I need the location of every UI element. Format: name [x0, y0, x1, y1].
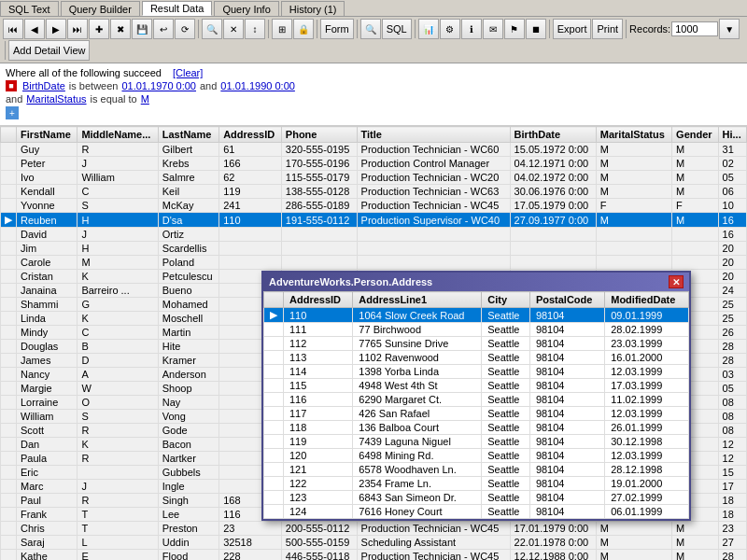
list-item[interactable]: 1166290 Margaret Ct.Seattle9810411.02.19… [264, 393, 689, 407]
list-item[interactable]: 1222354 Frame Ln.Seattle9810419.01.2000 [264, 477, 689, 491]
list-item[interactable]: 1216578 Woodhaven Ln.Seattle9810428.12.1… [264, 463, 689, 477]
grid-btn[interactable]: ⊞ [272, 19, 292, 39]
col-title[interactable]: Title [357, 127, 510, 143]
flag-btn[interactable]: ⚑ [504, 19, 525, 39]
popup-col-modifieddate[interactable]: ModifiedDate [605, 292, 689, 308]
col-gender[interactable]: Gender [672, 127, 718, 143]
list-item[interactable]: 1236843 San Simeon Dr.Seattle9810427.02.… [264, 491, 689, 505]
refresh-btn[interactable]: ⟳ [175, 19, 195, 39]
mail-btn[interactable]: ✉ [483, 19, 503, 39]
delete-btn[interactable]: ✖ [110, 19, 131, 39]
settings-btn[interactable]: ⚙ [440, 19, 460, 39]
first-btn[interactable]: ⏮ [3, 19, 23, 39]
prev-btn[interactable]: ◀ [24, 19, 45, 39]
col-birthdate[interactable]: BirthDate [510, 127, 596, 143]
tab-sql-text[interactable]: SQL Text [0, 1, 59, 16]
popup-row-indicator [264, 393, 284, 407]
export-btn[interactable]: Export [553, 19, 592, 39]
popup-col-city[interactable]: City [482, 292, 530, 308]
table-row[interactable]: PeterJKrebs166170-555-0196Production Con… [1, 157, 747, 171]
filter-cond1-val2[interactable]: 01.01.1990 0:00 [220, 80, 295, 91]
list-item[interactable]: 1127765 Sunsine DriveSeattle9810423.03.1… [264, 337, 689, 351]
add-filter-btn[interactable]: + [6, 106, 19, 119]
list-item[interactable]: 1141398 Yorba LindaSeattle9810412.03.199… [264, 365, 689, 379]
table-row[interactable]: JimHScardellis20 [1, 242, 747, 256]
col-lastname[interactable]: LastName [158, 127, 218, 143]
filter-cond2-field[interactable]: MaritalStatus [26, 93, 86, 105]
print-btn[interactable]: Print [592, 19, 623, 39]
form-btn[interactable]: Form [320, 19, 354, 39]
popup-cell: 7439 Laguna Niguel [353, 435, 482, 449]
table-cell: Production Technician - WC45 [357, 199, 510, 213]
table-row[interactable]: YvonneSMcKay241286-555-0189Production Te… [1, 199, 747, 213]
col-firstname[interactable]: FirstName [17, 127, 78, 143]
table-row[interactable]: GuyRGilbert61320-555-0195Production Tech… [1, 143, 747, 157]
list-item[interactable]: 1247616 Honey CourtSeattle9810406.01.199… [264, 505, 689, 519]
list-item[interactable]: 11177 BirchwoodSeattle9810428.02.1999 [264, 323, 689, 337]
col-maritalstatus[interactable]: MaritalStatus [596, 127, 671, 143]
table-row[interactable]: SarajLUddin32518500-555-0159Scheduling A… [1, 536, 747, 550]
popup-col-addressid[interactable]: AddressID [284, 292, 353, 308]
table-cell [357, 242, 510, 256]
popup-close-btn[interactable]: ✕ [669, 275, 684, 288]
info-btn[interactable]: ℹ [461, 19, 482, 39]
save-btn[interactable]: 💾 [132, 19, 152, 39]
list-item[interactable]: 117426 San RafaelSeattle9810412.03.1999 [264, 407, 689, 421]
clear-filter-btn[interactable]: ✕ [223, 19, 244, 39]
last-btn[interactable]: ⏭ [67, 19, 88, 39]
filter-btn[interactable]: 🔍 [202, 19, 222, 39]
filter-cond1-field[interactable]: BirthDate [22, 80, 65, 91]
next-btn[interactable]: ▶ [46, 19, 66, 39]
records-input[interactable] [671, 21, 718, 36]
table-cell: M [672, 536, 718, 550]
list-item[interactable]: 1197439 Laguna NiguelSeattle9810430.12.1… [264, 435, 689, 449]
col-hi[interactable]: Hi... [718, 127, 746, 143]
list-item[interactable]: 1154948 West 4th StSeattle9810417.03.199… [264, 379, 689, 393]
table-cell: James [17, 354, 78, 368]
add-detail-view-btn[interactable]: Add Detail View [8, 40, 90, 61]
list-item[interactable]: 118136 Balboa CourtSeattle9810426.01.199… [264, 421, 689, 435]
table-cell: 119 [219, 185, 282, 199]
popup-col-postalcode[interactable]: PostalCode [529, 292, 604, 308]
new-btn[interactable]: ✚ [89, 19, 109, 39]
list-item[interactable]: 1206498 Mining Rd.Seattle9810412.03.1999 [264, 449, 689, 463]
search-icon-btn[interactable]: 🔍 [360, 19, 381, 39]
col-addressid[interactable]: AddressID [219, 127, 282, 143]
popup-col-addressline1[interactable]: AddressLine1 [353, 292, 482, 308]
table-cell: William [17, 410, 78, 424]
sort-btn[interactable]: ↕ [245, 19, 265, 39]
table-cell: Yvonne [17, 199, 78, 213]
popup-grid[interactable]: AddressID AddressLine1 City PostalCode M… [263, 291, 689, 519]
col-middlename[interactable]: MiddleName... [78, 127, 158, 143]
tab-query-info[interactable]: Query Info [214, 1, 278, 16]
table-cell [596, 228, 671, 242]
records-arrow[interactable]: ▼ [719, 19, 740, 39]
lock-btn[interactable]: 🔒 [293, 19, 314, 39]
table-row[interactable]: ChrisTPreston23200-555-0112Production Te… [1, 522, 747, 536]
tab-history[interactable]: History (1) [281, 1, 345, 16]
table-cell [281, 256, 357, 270]
filter-cond1-val1[interactable]: 01.01.1970 0:00 [121, 80, 196, 91]
stop-btn[interactable]: ⏹ [526, 19, 546, 39]
table-row[interactable]: IvoWilliamSalmre62115-555-0179Production… [1, 171, 747, 185]
table-row[interactable]: ▶ReubenHD'sa110191-555-0112Production Su… [1, 213, 747, 228]
table-cell: 04.02.1972 0:00 [510, 171, 596, 185]
table-cell: Bueno [158, 284, 218, 298]
filter-cond2-val[interactable]: M [141, 93, 149, 105]
table-row[interactable]: CaroleMPoland20 [1, 256, 747, 270]
tab-result-data[interactable]: Result Data [142, 1, 212, 16]
chart-btn[interactable]: 📊 [418, 19, 439, 39]
clear-filter-link[interactable]: [Clear] [173, 67, 203, 78]
tab-query-builder[interactable]: Query Builder [61, 1, 140, 16]
col-phone[interactable]: Phone [281, 127, 357, 143]
table-cell [357, 228, 510, 242]
table-cell: M [596, 143, 671, 157]
table-row[interactable]: KatheEFlood228446-555-0118Production Tec… [1, 550, 747, 561]
list-item[interactable]: ▶1101064 Slow Creek RoadSeattle9810409.0… [264, 308, 689, 323]
table-row[interactable]: KendallCKeil119138-555-0128Production Te… [1, 185, 747, 199]
table-row[interactable]: DavidJOrtiz16 [1, 228, 747, 242]
list-item[interactable]: 1131102 RavenwoodSeattle9810416.01.2000 [264, 351, 689, 365]
table-cell: 10 [718, 199, 746, 213]
undo-btn[interactable]: ↩ [153, 19, 174, 39]
sql-btn[interactable]: SQL [382, 19, 412, 39]
